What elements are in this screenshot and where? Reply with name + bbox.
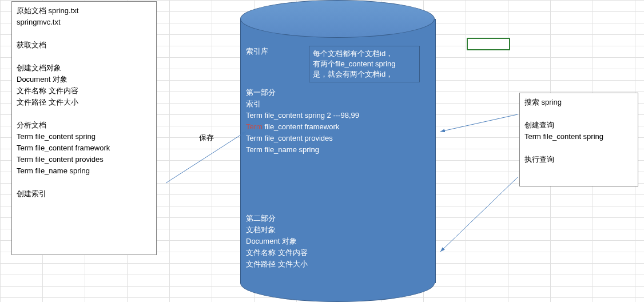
text-line: 索引 [246,98,429,110]
text-line: Term file_content provides [246,133,429,144]
text-line: Term file_content framework [17,142,152,154]
text-line: 获取文档 [17,39,152,51]
text-line: Term file_content spring 2 ---98,99 [246,110,429,121]
svg-line-1 [440,114,518,132]
text-line: Document 对象 [246,236,429,247]
text-line: 文档对象 [246,224,429,236]
text-line: 执行查询 [524,154,633,165]
left-process-box: 原始文档 spring.txt springmvc.txt 获取文档 创建文档对… [11,1,157,255]
text-line: 第一部分 [246,87,429,98]
text-line: 创建查询 [524,120,633,131]
spreadsheet-selected-cell[interactable] [467,38,510,50]
cylinder-top [240,0,435,38]
text-line: springmvc.txt [17,17,152,28]
text-line: 分析文档 [17,120,152,131]
text-line: 文件名称 文件内容 [17,85,152,97]
text-line: 文件路径 文件大小 [17,97,152,108]
text-line: Term file_name spring [246,144,429,156]
text-line: 搜索 spring [524,97,633,108]
svg-line-2 [440,177,518,252]
right-search-box: 搜索 spring 创建查询 Term file_content spring … [519,93,638,186]
text-line: Term file_content framework [246,121,429,133]
text-line: Term file_name spring [17,165,152,177]
diagram-canvas: 原始文档 spring.txt springmvc.txt 获取文档 创建文档对… [0,0,644,302]
text-line: 原始文档 spring.txt [17,5,152,17]
text-line: Document 对象 [17,74,152,85]
cylinder-content: 索引库 每个文档都有个文档id， 有两个file_content spring … [246,46,429,270]
index-store-cylinder: 索引库 每个文档都有个文档id， 有两个file_content spring … [240,0,435,302]
text-span: file_content framework [263,122,339,131]
text-line: Term file_content provides [17,154,152,165]
text-line: 文件名称 文件内容 [246,247,429,259]
text-line: 创建索引 [17,188,152,200]
text-line: 文件路径 文件大小 [246,259,429,270]
save-label: 保存 [199,133,214,143]
text-line: 每个文档都有个文档id， [313,49,416,59]
text-line: 有两个file_content spring [313,59,416,69]
text-line: Term file_content spring [17,131,152,142]
text-line: 创建文档对象 [17,62,152,74]
text-line: 第二部分 [246,213,429,224]
cylinder-callout-box: 每个文档都有个文档id， 有两个file_content spring 是，就会… [309,46,420,82]
text-line: 是，就会有两个文档id， [313,69,416,80]
text-line: Term file_content spring [524,131,633,142]
term-highlight: Term [246,122,263,131]
